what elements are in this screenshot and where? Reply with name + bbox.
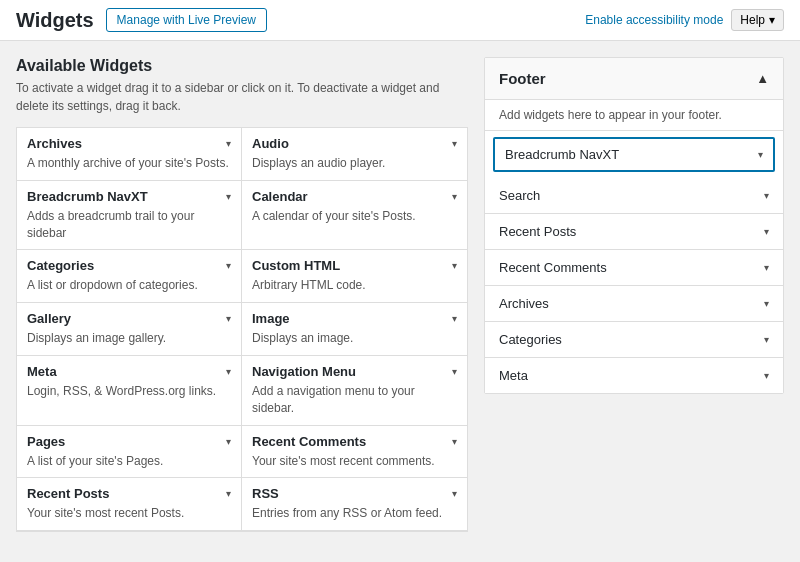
- footer-widgets-list: Breadcrumb NavXT ▾ Search ▾ Recent Posts…: [485, 137, 783, 393]
- content-area: Available Widgets To activate a widget d…: [0, 41, 800, 548]
- widget-header: Recent Comments ▾: [252, 434, 457, 449]
- chevron-down-icon[interactable]: ▾: [226, 436, 231, 447]
- chevron-down-icon[interactable]: ▾: [452, 138, 457, 149]
- chevron-down-icon[interactable]: ▾: [226, 313, 231, 324]
- widget-item[interactable]: RSS ▾ Entries from any RSS or Atom feed.: [242, 478, 467, 531]
- widget-item[interactable]: Gallery ▾ Displays an image gallery.: [17, 303, 242, 356]
- widget-desc: A monthly archive of your site's Posts.: [27, 155, 231, 172]
- footer-widget-item[interactable]: Recent Comments ▾: [485, 250, 783, 286]
- chevron-down-icon[interactable]: ▾: [452, 436, 457, 447]
- chevron-down-icon[interactable]: ▾: [452, 488, 457, 499]
- widget-desc: Your site's most recent Posts.: [27, 505, 231, 522]
- widget-desc: Arbitrary HTML code.: [252, 277, 457, 294]
- widget-header: Image ▾: [252, 311, 457, 326]
- footer-widget-name: Meta: [499, 368, 528, 383]
- footer-widget-item-highlighted[interactable]: Breadcrumb NavXT ▾: [493, 137, 775, 172]
- widget-name: Categories: [27, 258, 94, 273]
- widget-item[interactable]: Recent Comments ▾ Your site's most recen…: [242, 426, 467, 479]
- footer-widget-name: Recent Posts: [499, 224, 576, 239]
- footer-box: Footer ▲ Add widgets here to appear in y…: [484, 57, 784, 394]
- manage-live-preview-button[interactable]: Manage with Live Preview: [106, 8, 267, 32]
- left-panel: Available Widgets To activate a widget d…: [16, 57, 468, 532]
- help-button[interactable]: Help ▾: [731, 9, 784, 31]
- top-bar: Widgets Manage with Live Preview Enable …: [0, 0, 800, 41]
- widget-header: Navigation Menu ▾: [252, 364, 457, 379]
- right-panel: Footer ▲ Add widgets here to appear in y…: [484, 57, 784, 532]
- widget-item[interactable]: Meta ▾ Login, RSS, & WordPress.org links…: [17, 356, 242, 426]
- widget-item[interactable]: Calendar ▾ A calendar of your site's Pos…: [242, 181, 467, 251]
- widget-header: Audio ▾: [252, 136, 457, 151]
- widget-desc: A list of your site's Pages.: [27, 453, 231, 470]
- widget-desc: Displays an image gallery.: [27, 330, 231, 347]
- available-widgets-desc: To activate a widget drag it to a sideba…: [16, 79, 468, 115]
- widget-header: Recent Posts ▾: [27, 486, 231, 501]
- footer-widget-name: Breadcrumb NavXT: [505, 147, 619, 162]
- chevron-down-icon[interactable]: ▾: [226, 366, 231, 377]
- chevron-down-icon[interactable]: ▾: [226, 488, 231, 499]
- widget-header: Pages ▾: [27, 434, 231, 449]
- widget-item[interactable]: Navigation Menu ▾ Add a navigation menu …: [242, 356, 467, 426]
- widget-header: Categories ▾: [27, 258, 231, 273]
- widget-name: Audio: [252, 136, 289, 151]
- widget-desc: A calendar of your site's Posts.: [252, 208, 457, 225]
- chevron-down-icon[interactable]: ▾: [764, 226, 769, 237]
- widget-name: Archives: [27, 136, 82, 151]
- accessibility-mode-link[interactable]: Enable accessibility mode: [585, 13, 723, 27]
- chevron-down-icon[interactable]: ▾: [758, 149, 763, 160]
- chevron-down-icon[interactable]: ▾: [452, 313, 457, 324]
- footer-widget-item[interactable]: Recent Posts ▾: [485, 214, 783, 250]
- chevron-down-icon[interactable]: ▾: [226, 191, 231, 202]
- help-label: Help: [740, 13, 765, 27]
- widget-name: RSS: [252, 486, 279, 501]
- top-bar-left: Widgets Manage with Live Preview: [16, 8, 267, 32]
- widget-item[interactable]: Image ▾ Displays an image.: [242, 303, 467, 356]
- widget-header: Meta ▾: [27, 364, 231, 379]
- widget-desc: Displays an image.: [252, 330, 457, 347]
- widget-desc: Login, RSS, & WordPress.org links.: [27, 383, 231, 400]
- footer-widget-item[interactable]: Categories ▾: [485, 322, 783, 358]
- widget-name: Recent Comments: [252, 434, 366, 449]
- widget-desc: A list or dropdown of categories.: [27, 277, 231, 294]
- chevron-down-icon[interactable]: ▾: [226, 260, 231, 271]
- chevron-down-icon[interactable]: ▾: [452, 191, 457, 202]
- widget-desc: Add a navigation menu to your sidebar.: [252, 383, 457, 417]
- widget-header: Custom HTML ▾: [252, 258, 457, 273]
- widget-item[interactable]: Recent Posts ▾ Your site's most recent P…: [17, 478, 242, 531]
- chevron-down-icon: ▾: [769, 13, 775, 27]
- available-widgets-title: Available Widgets: [16, 57, 468, 75]
- chevron-down-icon[interactable]: ▾: [452, 366, 457, 377]
- widget-name: Navigation Menu: [252, 364, 356, 379]
- widget-item[interactable]: Breadcrumb NavXT ▾ Adds a breadcrumb tra…: [17, 181, 242, 251]
- footer-header: Footer ▲: [485, 58, 783, 100]
- widget-item[interactable]: Pages ▾ A list of your site's Pages.: [17, 426, 242, 479]
- chevron-down-icon[interactable]: ▾: [764, 334, 769, 345]
- footer-widget-name: Recent Comments: [499, 260, 607, 275]
- chevron-down-icon[interactable]: ▾: [764, 370, 769, 381]
- footer-widget-item[interactable]: Search ▾: [485, 178, 783, 214]
- chevron-up-icon: ▲: [756, 71, 769, 86]
- widget-item[interactable]: Custom HTML ▾ Arbitrary HTML code.: [242, 250, 467, 303]
- footer-widget-item[interactable]: Meta ▾: [485, 358, 783, 393]
- widget-desc: Entries from any RSS or Atom feed.: [252, 505, 457, 522]
- page-title: Widgets: [16, 9, 94, 32]
- chevron-down-icon[interactable]: ▾: [764, 298, 769, 309]
- widget-name: Meta: [27, 364, 57, 379]
- widget-name: Pages: [27, 434, 65, 449]
- widget-item[interactable]: Archives ▾ A monthly archive of your sit…: [17, 128, 242, 181]
- widget-name: Calendar: [252, 189, 308, 204]
- footer-title: Footer: [499, 70, 546, 87]
- chevron-down-icon[interactable]: ▾: [764, 262, 769, 273]
- widget-header: RSS ▾: [252, 486, 457, 501]
- widget-name: Recent Posts: [27, 486, 109, 501]
- footer-widget-item[interactable]: Archives ▾: [485, 286, 783, 322]
- chevron-down-icon[interactable]: ▾: [226, 138, 231, 149]
- chevron-down-icon[interactable]: ▾: [452, 260, 457, 271]
- widgets-grid: Archives ▾ A monthly archive of your sit…: [16, 127, 468, 532]
- widget-header: Gallery ▾: [27, 311, 231, 326]
- chevron-down-icon[interactable]: ▾: [764, 190, 769, 201]
- widget-name: Image: [252, 311, 290, 326]
- widget-item[interactable]: Categories ▾ A list or dropdown of categ…: [17, 250, 242, 303]
- footer-widget-name: Categories: [499, 332, 562, 347]
- widget-item[interactable]: Audio ▾ Displays an audio player.: [242, 128, 467, 181]
- widget-header: Calendar ▾: [252, 189, 457, 204]
